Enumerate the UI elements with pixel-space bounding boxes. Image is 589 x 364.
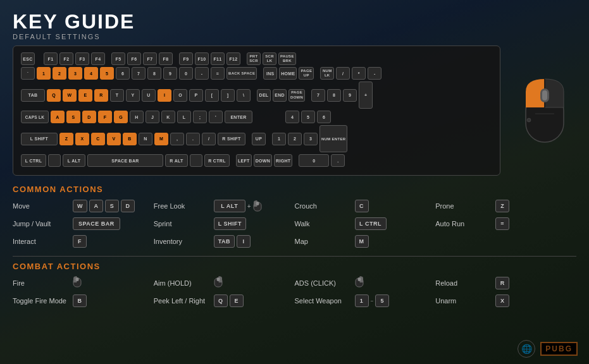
- key-badge-space: SPACE BAR: [73, 217, 120, 230]
- key-f10: F10: [195, 52, 209, 65]
- key-d: D: [82, 111, 96, 123]
- action-fire: Fire: [13, 276, 154, 290]
- key-badge-i: I: [237, 235, 251, 248]
- action-crouch-keys: C: [355, 200, 369, 212]
- key-y: Y: [126, 89, 140, 102]
- key-badge-r: R: [495, 277, 509, 289]
- action-map-label: Map: [295, 238, 352, 245]
- key-num6: 6: [317, 111, 331, 123]
- action-map: Map M: [295, 234, 436, 248]
- key-scrlk: SCRLK: [263, 52, 276, 65]
- keyboard-diagram: ESC F1 F2 F3 F4 F5 F6 F7 F8 F9 F10 F11 F…: [13, 46, 500, 176]
- key-period: .: [186, 133, 200, 145]
- key-badge-tab: TAB: [214, 235, 235, 248]
- key-n: N: [139, 133, 152, 145]
- key-rbracket: ]: [221, 89, 235, 102]
- action-move-keys: W A S D: [73, 200, 135, 212]
- key-8: 8: [147, 67, 161, 80]
- key-backslash: \: [237, 89, 251, 102]
- common-actions-grid: Move W A S D Jump / Vault SPACE BAR: [13, 199, 576, 252]
- key-h: H: [130, 111, 144, 123]
- action-inventory: Inventory TAB I: [154, 234, 295, 248]
- action-fire-keys: [73, 276, 82, 290]
- key-m: M: [154, 133, 168, 145]
- action-unarm-keys: X: [495, 294, 509, 307]
- key-badge-lshift: L SHIFT: [214, 217, 246, 230]
- key-u: U: [142, 89, 156, 102]
- key-num-slash: /: [336, 67, 350, 80]
- freelook-plus: +: [247, 203, 251, 210]
- action-ads-label: ADS (CLICK): [295, 279, 352, 287]
- key-pageup: PAGEUP: [299, 67, 314, 80]
- action-reload: Reload R: [435, 276, 576, 290]
- key-k: K: [161, 111, 175, 123]
- key-6: 6: [116, 67, 130, 80]
- keyboard-section: ESC F1 F2 F3 F4 F5 F6 F7 F8 F9 F10 F11 F…: [13, 46, 576, 176]
- key-ins: INS: [263, 67, 277, 80]
- key-f4: F4: [91, 52, 105, 65]
- action-walk-keys: L CTRL: [355, 217, 387, 230]
- action-move-label: Move: [13, 202, 70, 210]
- action-inventory-keys: TAB I: [214, 235, 251, 248]
- key-minus: -: [195, 67, 209, 80]
- action-interact-keys: F: [73, 235, 87, 248]
- common-actions-title: COMMON ACTIONS: [13, 185, 576, 194]
- key-num3: 3: [304, 133, 318, 145]
- header: KEY GUIDE DEFAULT SETTINGS: [13, 11, 576, 40]
- key-4: 4: [84, 67, 98, 80]
- key-p: P: [189, 89, 203, 102]
- svg-rect-11: [76, 277, 79, 281]
- key-i: I: [158, 89, 171, 102]
- key-f6: F6: [127, 52, 141, 65]
- key-left: LEFT: [236, 154, 252, 167]
- action-selectweapon-keys: 1 ~ 5: [355, 294, 390, 307]
- action-sprint-keys: L SHIFT: [214, 217, 246, 230]
- action-autorun-label: Auto Run: [435, 220, 492, 228]
- key-badge-x: X: [495, 294, 509, 307]
- key-right: RIGHT: [274, 154, 292, 167]
- common-col-2: Free Look L ALT +: [154, 199, 295, 252]
- key-badge-equals: =: [495, 217, 509, 230]
- key-rshift: R SHIFT: [218, 133, 245, 145]
- action-reload-keys: R: [495, 277, 509, 289]
- mouse-svg: [519, 73, 570, 149]
- action-ads: ADS (CLICK): [295, 276, 436, 290]
- key-up: UP: [252, 133, 266, 145]
- action-togglefiremode: Toggle Fire Mode B: [13, 294, 154, 308]
- key-badge-1: 1: [355, 294, 369, 307]
- key-badge-z: Z: [495, 200, 509, 212]
- key-rctrl: R CTRL: [204, 154, 230, 167]
- common-col-4: Prone Z Auto Run =: [435, 199, 576, 252]
- key-f2: F2: [59, 52, 73, 65]
- action-peek-label: Peek Left / Right: [154, 297, 211, 305]
- key-num8: 8: [327, 89, 341, 102]
- key-f: F: [98, 111, 112, 123]
- action-crouch-label: Crouch: [295, 202, 352, 210]
- action-prone-keys: Z: [495, 200, 509, 212]
- key-down: DOWN: [254, 154, 272, 167]
- action-jump-keys: SPACE BAR: [73, 217, 120, 230]
- combat-col-1: Fire: [13, 276, 154, 312]
- key-numenter: NUM ENTER: [319, 125, 347, 152]
- page-title: KEY GUIDE: [13, 11, 576, 32]
- key-s: S: [66, 111, 80, 123]
- mouse-diagram: [513, 46, 576, 176]
- action-selectweapon-label: Select Weapon: [295, 297, 352, 305]
- action-map-keys: M: [355, 235, 369, 248]
- action-interact: Interact F: [13, 234, 154, 248]
- mouse-lmb-icon: [73, 276, 82, 290]
- action-aim: Aim (HOLD): [154, 276, 295, 290]
- action-inventory-label: Inventory: [154, 238, 211, 245]
- action-unarm-label: Unarm: [435, 297, 492, 305]
- svg-rect-8: [256, 202, 259, 205]
- key-0: 0: [179, 67, 193, 80]
- action-freelook: Free Look L ALT +: [154, 199, 295, 213]
- action-fire-label: Fire: [13, 279, 70, 287]
- key-enter: ENTER: [225, 111, 252, 123]
- common-col-1: Move W A S D Jump / Vault SPACE BAR: [13, 199, 154, 252]
- key-badge-d: D: [121, 200, 135, 212]
- combat-actions-section: COMBAT ACTIONS Fire: [13, 262, 576, 312]
- key-backtick: `: [21, 67, 35, 80]
- key-num-plus: +: [359, 82, 373, 109]
- action-togglefiremode-keys: B: [73, 294, 87, 307]
